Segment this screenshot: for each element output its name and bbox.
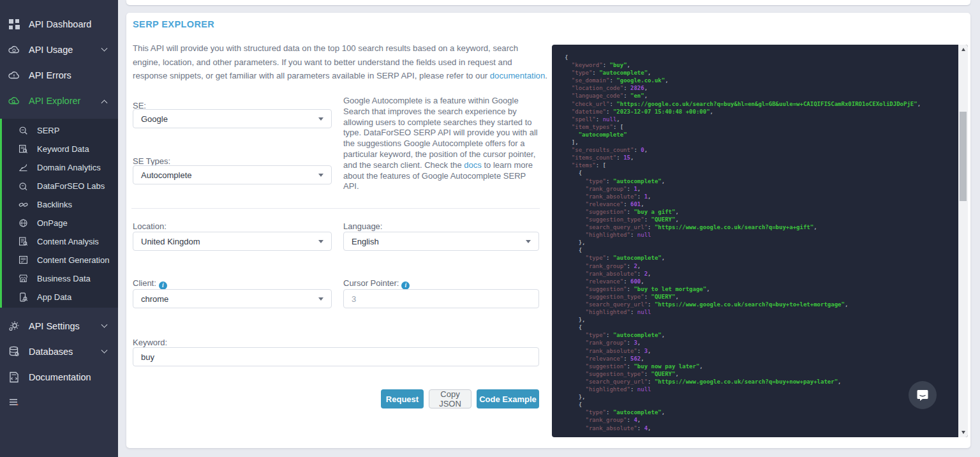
code-line: "type": "autocomplete", (565, 331, 954, 339)
chevron-down-icon (101, 45, 108, 51)
code-line: "rank_group": 1, (565, 185, 954, 193)
code-line: "check_url": "https://google.co.uk/searc… (565, 100, 954, 108)
sidebar-item-databases[interactable]: Databases (0, 339, 118, 364)
sidebar-item-label: App Data (37, 292, 71, 302)
triangle-down-icon (961, 431, 965, 434)
chevron-down-icon (318, 297, 323, 301)
language-select[interactable]: English (343, 232, 539, 251)
code-line: "datetime": "2023-12-07 15:40:48 +00:00"… (565, 108, 954, 116)
api-description-text: This API will provide you with structure… (133, 43, 518, 80)
sidebar-item-api-dashboard[interactable]: API Dashboard (0, 11, 118, 37)
code-line: { (565, 324, 954, 331)
language-select-value: English (352, 237, 379, 246)
code-line: "suggestion": "buy to let mortgage", (565, 285, 954, 293)
sidebar-item-serp[interactable]: SERP (2, 121, 118, 140)
sidebar-item-label: Content Generation (37, 255, 109, 265)
chat-widget-button[interactable] (909, 381, 937, 409)
keyword-input[interactable] (133, 347, 539, 366)
sidebar-item-dataforseo-labs[interactable]: DataForSEO Labs (2, 177, 118, 195)
sidebar-item-content-generation[interactable]: Content Generation (2, 251, 118, 269)
sidebar-nav-bottom: API SettingsDatabasesDocumentation (0, 313, 118, 416)
page-title: SERP EXPLORER (133, 19, 214, 29)
location-select-value: United Kingdom (141, 237, 200, 246)
sidebar-item-onpage[interactable]: OnPage (2, 214, 118, 232)
top-card-edge (126, 0, 970, 5)
sidebar-item-api-usage[interactable]: API Usage (0, 37, 118, 63)
sidebar-item-documentation[interactable]: Documentation (0, 364, 118, 390)
content-generation-icon (18, 255, 29, 266)
sidebar-item-backlinks[interactable]: Backlinks (2, 195, 118, 214)
form-divider (131, 208, 540, 209)
code-line: "rank_absolute": 1, (565, 193, 954, 200)
json-response-panel[interactable]: { "keyword": "buy", "type": "autocomplet… (552, 45, 968, 437)
serp-search-icon (18, 125, 29, 136)
se-select-value: Google (141, 114, 168, 124)
code-line: "items_count": 15, (565, 154, 954, 161)
code-example-button[interactable]: Code Example (477, 389, 539, 408)
sidebar-item-content-analysis[interactable]: Content Analysis (2, 232, 118, 251)
code-line: "rank_group": 3, (565, 339, 954, 347)
copy-json-button[interactable]: Copy JSON (429, 389, 471, 408)
sidebar-item-keyword-data[interactable]: Keyword Data (2, 140, 118, 158)
code-line: "language_code": "en", (565, 92, 954, 100)
scrollbar-thumb[interactable] (960, 112, 967, 201)
code-line: { (565, 246, 954, 254)
code-line: "rank_absolute": 4, (565, 424, 954, 432)
client-select-value: chrome (141, 294, 168, 304)
docs-link[interactable]: docs (464, 160, 481, 170)
request-button[interactable]: Request (381, 389, 424, 408)
sidebar-item-label: SERP (37, 126, 59, 135)
sidebar-nav-top: API DashboardAPI UsageAPI ErrorsAPI Expl… (0, 11, 118, 114)
business-data-icon (18, 273, 29, 284)
language-label: Language: (343, 221, 382, 231)
sidebar: API DashboardAPI UsageAPI ErrorsAPI Expl… (0, 0, 118, 457)
sidebar-item-api-errors[interactable]: API Errors (0, 63, 118, 88)
triangle-up-icon (961, 48, 965, 51)
scroll-down-button[interactable] (958, 428, 968, 437)
sidebar-item-label: Business Data (37, 274, 91, 283)
sidebar-api-explorer-submenu: SERPKeyword DataDomain AnalyticsDataForS… (0, 119, 118, 308)
keyword-label: Keyword: (133, 338, 167, 347)
code-line: "search_query_url": "https://www.google.… (565, 378, 954, 386)
code-line: "autocomplete" (565, 131, 954, 139)
code-line: { (565, 401, 954, 408)
domain-analytics-icon (18, 162, 29, 173)
documentation-link[interactable]: documentation (490, 71, 546, 80)
sidebar-item-collapse-menu[interactable] (0, 390, 118, 416)
sidebar-item-label: API Errors (29, 70, 110, 80)
code-line: "highlighted": null (565, 308, 954, 316)
cloud-errors-icon (8, 69, 20, 82)
sidebar-item-app-data[interactable]: App Data (2, 288, 118, 306)
menu-lines-icon (8, 396, 20, 409)
client-label: Client:i (133, 278, 167, 290)
code-line: "relevance": 600, (565, 278, 954, 285)
sidebar-item-api-explorer[interactable]: API Explorer (0, 88, 118, 114)
se-types-select[interactable]: Autocomplete (133, 165, 332, 184)
client-select[interactable]: chrome (133, 289, 332, 308)
se-types-select-value: Autocomplete (141, 170, 192, 180)
chevron-down-icon (318, 174, 323, 177)
app-data-icon (18, 292, 29, 303)
sidebar-item-business-data[interactable]: Business Data (2, 269, 118, 288)
scroll-up-button[interactable] (958, 45, 968, 54)
code-line: "suggestion": "buy now pay later", (565, 363, 954, 370)
code-line: "suggestion_type": "QUERY", (565, 216, 954, 223)
code-line: "relevance": 562, (565, 355, 954, 363)
cursor-pointer-input[interactable] (343, 289, 539, 308)
code-line: "type": "autocomplete", (565, 69, 954, 77)
code-line: "relevance": 601, (565, 200, 954, 208)
location-select[interactable]: United Kingdom (133, 232, 332, 251)
code-line: ], (565, 139, 954, 146)
sidebar-item-label: API Dashboard (29, 19, 110, 29)
code-line: "suggestion_type": "QUERY", (565, 370, 954, 378)
chevron-down-icon (101, 347, 108, 353)
code-line: "suggestion_type": "QUERY", (565, 293, 954, 301)
sidebar-item-api-settings[interactable]: API Settings (0, 313, 118, 339)
se-select[interactable]: Google (133, 109, 332, 128)
code-line: "type": "autocomplete", (565, 177, 954, 185)
code-line: "item_types": [ (565, 123, 954, 131)
api-description: This API will provide you with structure… (133, 41, 547, 83)
code-panel-scrollbar[interactable] (958, 45, 968, 437)
sidebar-item-domain-analytics[interactable]: Domain Analytics (2, 158, 118, 177)
database-icon (8, 345, 20, 358)
